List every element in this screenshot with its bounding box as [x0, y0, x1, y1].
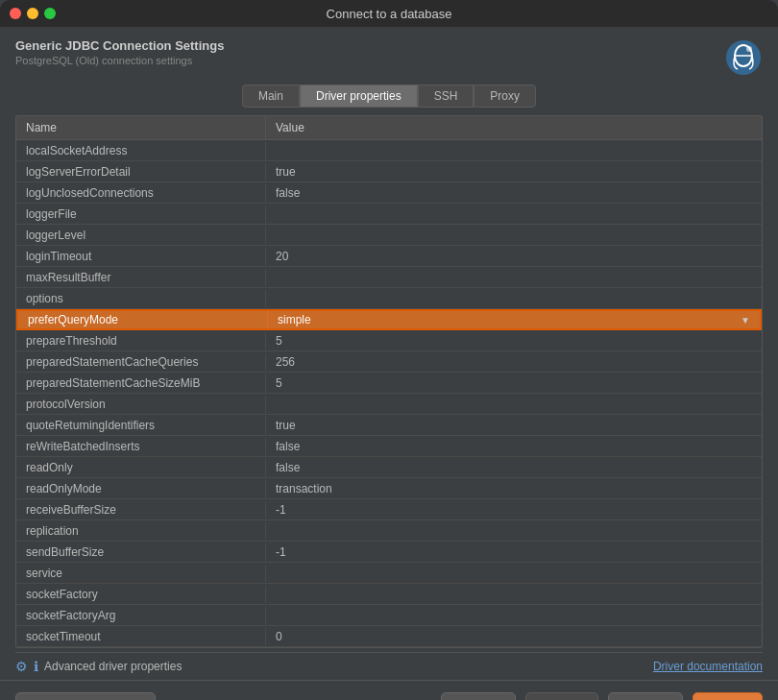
table-row[interactable]: preparedStatementCacheQueries256 [16, 351, 762, 373]
cell-name: options [16, 290, 266, 307]
tab-main[interactable]: Main [242, 84, 300, 108]
table-row[interactable]: reWriteBatchedInsertsfalse [16, 436, 762, 457]
table-row[interactable]: loggerLevel [16, 225, 762, 246]
cell-name: sendBufferSize [16, 543, 266, 561]
table-row[interactable]: replication [16, 520, 762, 542]
next-button[interactable]: Next > [525, 692, 598, 700]
table-row[interactable]: socketFactoryArg [16, 605, 762, 626]
tabs-row: Main Driver properties SSH Proxy [15, 84, 763, 108]
cell-name: service [16, 565, 266, 582]
tab-proxy[interactable]: Proxy [474, 84, 536, 108]
table-row[interactable]: options [16, 288, 762, 309]
cell-name: maxResultBuffer [16, 269, 266, 286]
cell-name: loggerLevel [16, 227, 266, 244]
cell-value [266, 276, 762, 279]
window-title: Connect to a database [327, 7, 452, 21]
cell-name: replication [16, 522, 266, 540]
cell-value: -1 [266, 501, 762, 519]
table-row[interactable]: readOnlyModetransaction [16, 478, 762, 499]
cell-name: preparedStatementCacheSizeMiB [16, 374, 266, 392]
cell-value [266, 233, 762, 237]
table-row[interactable]: maxResultBuffer [16, 267, 762, 288]
dropdown-arrow-icon[interactable]: ▼ [741, 315, 750, 326]
cell-name: socketFactoryArg [16, 607, 266, 624]
connection-subtitle: PostgreSQL (Old) connection settings [15, 55, 224, 66]
svg-point-3 [746, 46, 752, 52]
minimize-button[interactable] [27, 8, 38, 19]
table-body[interactable]: localSocketAddresslogServerErrorDetailtr… [16, 140, 762, 647]
table-row[interactable]: preferQueryModesimple▼ [16, 309, 762, 330]
table-row[interactable]: loggerFile [16, 204, 762, 225]
footer-icons: ⚙ ℹ [15, 659, 38, 674]
close-button[interactable] [10, 8, 21, 19]
finish-button[interactable]: Finish [693, 692, 763, 700]
cell-name: prepareThreshold [16, 332, 266, 350]
connection-title: Generic JDBC Connection Settings [15, 38, 224, 53]
cell-value [266, 614, 762, 617]
test-connection-button[interactable]: Test Connection ... [15, 692, 156, 700]
cell-value: false [266, 184, 762, 202]
table-row[interactable]: sendBufferSize-1 [16, 542, 762, 563]
table-row[interactable]: protocolVersion [16, 394, 762, 415]
advanced-driver-label: Advanced driver properties [44, 660, 182, 673]
footer-toolbar: ⚙ ℹ Advanced driver properties Driver do… [15, 652, 763, 680]
tab-driver-properties[interactable]: Driver properties [300, 84, 418, 108]
cell-value [266, 212, 762, 216]
table-row[interactable]: quoteReturningIdentifierstrue [16, 415, 762, 436]
cell-name: preparedStatementCacheQueries [16, 353, 266, 371]
cell-value: 20 [266, 248, 762, 265]
table-row[interactable]: service [16, 563, 762, 584]
table-row[interactable]: localSocketAddress [16, 140, 762, 161]
connection-info: Generic JDBC Connection Settings Postgre… [15, 38, 224, 66]
cell-name: logUnclosedConnections [16, 184, 266, 202]
table-row[interactable]: preparedStatementCacheSizeMiB5 [16, 373, 762, 394]
table-row[interactable]: socketTimeout0 [16, 626, 762, 647]
main-window: Connect to a database Generic JDBC Conne… [0, 0, 778, 700]
cell-value: 256 [266, 353, 762, 371]
cell-value: -1 [266, 543, 762, 561]
bottom-bar: Test Connection ... < Back Next > Cancel… [0, 680, 778, 700]
cell-value [266, 571, 762, 575]
cell-name: readOnly [16, 459, 266, 476]
cell-value: true [266, 417, 762, 434]
cell-name: receiveBufferSize [16, 501, 266, 519]
cell-value: 5 [266, 332, 762, 350]
back-button[interactable]: < Back [441, 692, 516, 700]
tab-ssh[interactable]: SSH [418, 84, 474, 108]
table-row[interactable]: socketFactory [16, 584, 762, 605]
cell-value [266, 529, 762, 533]
cell-name: socketTimeout [16, 628, 266, 645]
maximize-button[interactable] [44, 8, 56, 19]
cell-name: logServerErrorDetail [16, 163, 266, 181]
dialog-content: Generic JDBC Connection Settings Postgre… [0, 27, 778, 680]
driver-documentation-link[interactable]: Driver documentation [653, 660, 763, 673]
table-row[interactable]: prepareThreshold5 [16, 330, 762, 351]
cell-name: reWriteBatchedInserts [16, 438, 266, 455]
table-row[interactable]: receiveBufferSize-1 [16, 499, 762, 520]
info-icon[interactable]: ℹ [34, 659, 38, 674]
cell-value [266, 149, 762, 153]
header-row: Generic JDBC Connection Settings Postgre… [15, 38, 763, 81]
cell-name: socketFactory [16, 586, 266, 603]
cell-name: loginTimeout [16, 248, 266, 265]
table-row[interactable]: logServerErrorDetailtrue [16, 161, 762, 182]
cell-value[interactable]: simple▼ [268, 311, 760, 328]
table-row[interactable]: logUnclosedConnectionsfalse [16, 182, 762, 204]
cell-value: 0 [266, 628, 762, 645]
cell-value: transaction [266, 480, 762, 497]
table-row[interactable]: readOnlyfalse [16, 457, 762, 478]
cell-name: localSocketAddress [16, 142, 266, 159]
cell-value [266, 592, 762, 596]
cell-value: false [266, 459, 762, 476]
cell-value: false [266, 438, 762, 455]
cell-value [266, 402, 762, 406]
column-header-name: Name [16, 116, 266, 139]
cancel-button[interactable]: Cancel [608, 692, 683, 700]
cell-value [266, 297, 762, 301]
cell-value: 5 [266, 374, 762, 392]
list-icon[interactable]: ⚙ [15, 659, 28, 674]
cell-name: preferQueryMode [18, 311, 268, 328]
table-header: Name Value [16, 116, 762, 140]
cell-name: loggerFile [16, 205, 266, 223]
table-row[interactable]: loginTimeout20 [16, 246, 762, 267]
